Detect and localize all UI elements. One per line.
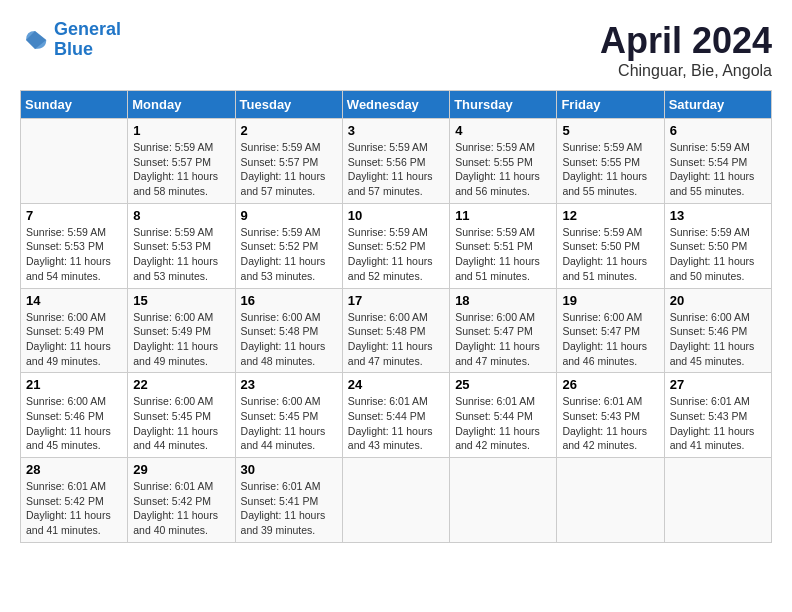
column-header-saturday: Saturday (664, 91, 771, 119)
day-number: 14 (26, 293, 122, 308)
calendar-cell: 1Sunrise: 5:59 AM Sunset: 5:57 PM Daylig… (128, 119, 235, 204)
day-number: 12 (562, 208, 658, 223)
day-number: 23 (241, 377, 337, 392)
calendar-table: SundayMondayTuesdayWednesdayThursdayFrid… (20, 90, 772, 543)
day-info: Sunrise: 6:00 AM Sunset: 5:48 PM Dayligh… (348, 310, 444, 369)
calendar-week-row: 21Sunrise: 6:00 AM Sunset: 5:46 PM Dayli… (21, 373, 772, 458)
calendar-cell: 10Sunrise: 5:59 AM Sunset: 5:52 PM Dayli… (342, 203, 449, 288)
day-number: 11 (455, 208, 551, 223)
day-info: Sunrise: 6:01 AM Sunset: 5:42 PM Dayligh… (133, 479, 229, 538)
calendar-cell: 20Sunrise: 6:00 AM Sunset: 5:46 PM Dayli… (664, 288, 771, 373)
day-info: Sunrise: 6:00 AM Sunset: 5:49 PM Dayligh… (26, 310, 122, 369)
day-number: 10 (348, 208, 444, 223)
page-header: General Blue April 2024 Chinguar, Bie, A… (20, 20, 772, 80)
calendar-header-row: SundayMondayTuesdayWednesdayThursdayFrid… (21, 91, 772, 119)
column-header-friday: Friday (557, 91, 664, 119)
day-number: 18 (455, 293, 551, 308)
day-info: Sunrise: 5:59 AM Sunset: 5:57 PM Dayligh… (133, 140, 229, 199)
calendar-cell (557, 458, 664, 543)
day-info: Sunrise: 6:00 AM Sunset: 5:47 PM Dayligh… (562, 310, 658, 369)
day-info: Sunrise: 5:59 AM Sunset: 5:55 PM Dayligh… (455, 140, 551, 199)
calendar-title: April 2024 (600, 20, 772, 62)
calendar-cell: 3Sunrise: 5:59 AM Sunset: 5:56 PM Daylig… (342, 119, 449, 204)
day-number: 20 (670, 293, 766, 308)
day-info: Sunrise: 6:01 AM Sunset: 5:43 PM Dayligh… (562, 394, 658, 453)
calendar-cell: 6Sunrise: 5:59 AM Sunset: 5:54 PM Daylig… (664, 119, 771, 204)
calendar-cell: 30Sunrise: 6:01 AM Sunset: 5:41 PM Dayli… (235, 458, 342, 543)
day-number: 29 (133, 462, 229, 477)
calendar-cell: 21Sunrise: 6:00 AM Sunset: 5:46 PM Dayli… (21, 373, 128, 458)
logo-icon (20, 25, 50, 55)
day-number: 16 (241, 293, 337, 308)
day-info: Sunrise: 5:59 AM Sunset: 5:55 PM Dayligh… (562, 140, 658, 199)
day-number: 1 (133, 123, 229, 138)
day-number: 2 (241, 123, 337, 138)
day-number: 13 (670, 208, 766, 223)
calendar-cell: 13Sunrise: 5:59 AM Sunset: 5:50 PM Dayli… (664, 203, 771, 288)
column-header-sunday: Sunday (21, 91, 128, 119)
column-header-wednesday: Wednesday (342, 91, 449, 119)
day-info: Sunrise: 6:00 AM Sunset: 5:45 PM Dayligh… (133, 394, 229, 453)
calendar-cell: 24Sunrise: 6:01 AM Sunset: 5:44 PM Dayli… (342, 373, 449, 458)
day-info: Sunrise: 6:00 AM Sunset: 5:45 PM Dayligh… (241, 394, 337, 453)
calendar-week-row: 7Sunrise: 5:59 AM Sunset: 5:53 PM Daylig… (21, 203, 772, 288)
calendar-cell: 14Sunrise: 6:00 AM Sunset: 5:49 PM Dayli… (21, 288, 128, 373)
day-number: 26 (562, 377, 658, 392)
calendar-cell (21, 119, 128, 204)
day-number: 8 (133, 208, 229, 223)
day-number: 22 (133, 377, 229, 392)
day-number: 21 (26, 377, 122, 392)
day-info: Sunrise: 5:59 AM Sunset: 5:51 PM Dayligh… (455, 225, 551, 284)
day-info: Sunrise: 6:01 AM Sunset: 5:43 PM Dayligh… (670, 394, 766, 453)
calendar-subtitle: Chinguar, Bie, Angola (600, 62, 772, 80)
calendar-cell: 5Sunrise: 5:59 AM Sunset: 5:55 PM Daylig… (557, 119, 664, 204)
calendar-cell: 27Sunrise: 6:01 AM Sunset: 5:43 PM Dayli… (664, 373, 771, 458)
calendar-cell: 7Sunrise: 5:59 AM Sunset: 5:53 PM Daylig… (21, 203, 128, 288)
day-info: Sunrise: 5:59 AM Sunset: 5:53 PM Dayligh… (133, 225, 229, 284)
day-number: 6 (670, 123, 766, 138)
calendar-cell (450, 458, 557, 543)
calendar-cell: 25Sunrise: 6:01 AM Sunset: 5:44 PM Dayli… (450, 373, 557, 458)
calendar-cell: 4Sunrise: 5:59 AM Sunset: 5:55 PM Daylig… (450, 119, 557, 204)
calendar-cell (342, 458, 449, 543)
calendar-cell: 15Sunrise: 6:00 AM Sunset: 5:49 PM Dayli… (128, 288, 235, 373)
day-info: Sunrise: 5:59 AM Sunset: 5:52 PM Dayligh… (241, 225, 337, 284)
calendar-cell: 29Sunrise: 6:01 AM Sunset: 5:42 PM Dayli… (128, 458, 235, 543)
calendar-cell: 11Sunrise: 5:59 AM Sunset: 5:51 PM Dayli… (450, 203, 557, 288)
calendar-cell: 2Sunrise: 5:59 AM Sunset: 5:57 PM Daylig… (235, 119, 342, 204)
day-info: Sunrise: 5:59 AM Sunset: 5:54 PM Dayligh… (670, 140, 766, 199)
calendar-week-row: 1Sunrise: 5:59 AM Sunset: 5:57 PM Daylig… (21, 119, 772, 204)
calendar-cell: 16Sunrise: 6:00 AM Sunset: 5:48 PM Dayli… (235, 288, 342, 373)
day-info: Sunrise: 5:59 AM Sunset: 5:57 PM Dayligh… (241, 140, 337, 199)
calendar-cell: 8Sunrise: 5:59 AM Sunset: 5:53 PM Daylig… (128, 203, 235, 288)
calendar-cell: 19Sunrise: 6:00 AM Sunset: 5:47 PM Dayli… (557, 288, 664, 373)
day-number: 7 (26, 208, 122, 223)
day-number: 24 (348, 377, 444, 392)
calendar-cell: 28Sunrise: 6:01 AM Sunset: 5:42 PM Dayli… (21, 458, 128, 543)
day-info: Sunrise: 6:00 AM Sunset: 5:47 PM Dayligh… (455, 310, 551, 369)
day-info: Sunrise: 6:01 AM Sunset: 5:42 PM Dayligh… (26, 479, 122, 538)
day-info: Sunrise: 6:01 AM Sunset: 5:44 PM Dayligh… (455, 394, 551, 453)
column-header-monday: Monday (128, 91, 235, 119)
day-number: 17 (348, 293, 444, 308)
calendar-cell: 18Sunrise: 6:00 AM Sunset: 5:47 PM Dayli… (450, 288, 557, 373)
day-number: 5 (562, 123, 658, 138)
calendar-cell: 23Sunrise: 6:00 AM Sunset: 5:45 PM Dayli… (235, 373, 342, 458)
calendar-week-row: 28Sunrise: 6:01 AM Sunset: 5:42 PM Dayli… (21, 458, 772, 543)
day-info: Sunrise: 6:00 AM Sunset: 5:49 PM Dayligh… (133, 310, 229, 369)
day-number: 15 (133, 293, 229, 308)
calendar-cell: 12Sunrise: 5:59 AM Sunset: 5:50 PM Dayli… (557, 203, 664, 288)
title-block: April 2024 Chinguar, Bie, Angola (600, 20, 772, 80)
logo: General Blue (20, 20, 121, 60)
day-number: 19 (562, 293, 658, 308)
day-info: Sunrise: 5:59 AM Sunset: 5:53 PM Dayligh… (26, 225, 122, 284)
calendar-cell: 26Sunrise: 6:01 AM Sunset: 5:43 PM Dayli… (557, 373, 664, 458)
day-number: 27 (670, 377, 766, 392)
calendar-cell: 17Sunrise: 6:00 AM Sunset: 5:48 PM Dayli… (342, 288, 449, 373)
day-info: Sunrise: 6:00 AM Sunset: 5:46 PM Dayligh… (26, 394, 122, 453)
day-info: Sunrise: 6:01 AM Sunset: 5:41 PM Dayligh… (241, 479, 337, 538)
day-info: Sunrise: 5:59 AM Sunset: 5:50 PM Dayligh… (670, 225, 766, 284)
calendar-week-row: 14Sunrise: 6:00 AM Sunset: 5:49 PM Dayli… (21, 288, 772, 373)
day-info: Sunrise: 5:59 AM Sunset: 5:52 PM Dayligh… (348, 225, 444, 284)
calendar-cell: 22Sunrise: 6:00 AM Sunset: 5:45 PM Dayli… (128, 373, 235, 458)
